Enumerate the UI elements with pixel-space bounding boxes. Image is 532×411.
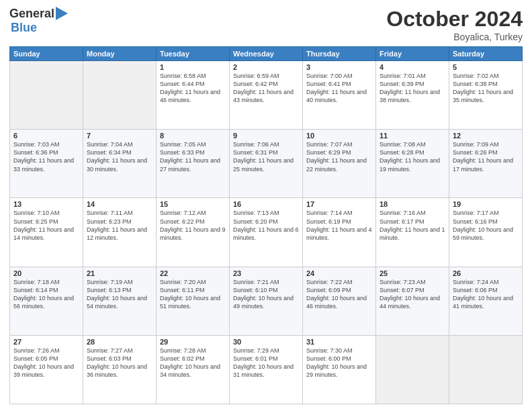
table-row: 1 Sunrise: 6:58 AMSunset: 6:44 PMDayligh…: [157, 61, 230, 130]
table-row: 8 Sunrise: 7:05 AMSunset: 6:33 PMDayligh…: [157, 130, 230, 198]
day-number: 25: [380, 269, 445, 277]
col-monday: Monday: [83, 47, 157, 61]
day-number: 13: [13, 200, 79, 208]
day-detail: Sunrise: 7:07 AMSunset: 6:29 PMDaylight:…: [306, 140, 372, 173]
day-number: 28: [87, 338, 152, 346]
day-number: 24: [306, 269, 372, 277]
day-detail: Sunrise: 7:06 AMSunset: 6:31 PMDaylight:…: [233, 140, 299, 173]
day-number: 16: [233, 200, 299, 208]
table-row: 27 Sunrise: 7:26 AMSunset: 6:05 PMDaylig…: [10, 335, 83, 404]
table-row: 17 Sunrise: 7:14 AMSunset: 6:19 PMDaylig…: [303, 198, 376, 267]
logo-arrow-icon: [56, 7, 68, 20]
day-detail: Sunrise: 6:59 AMSunset: 6:42 PMDaylight:…: [233, 72, 299, 105]
table-row: 28 Sunrise: 7:27 AMSunset: 6:03 PMDaylig…: [83, 335, 157, 404]
table-row: 25 Sunrise: 7:23 AMSunset: 6:07 PMDaylig…: [376, 267, 449, 335]
day-detail: Sunrise: 7:02 AMSunset: 6:38 PMDaylight:…: [453, 72, 519, 105]
day-detail: Sunrise: 7:29 AMSunset: 6:01 PMDaylight:…: [233, 347, 299, 379]
table-row: 7 Sunrise: 7:04 AMSunset: 6:34 PMDayligh…: [83, 130, 157, 198]
day-number: 17: [306, 200, 372, 208]
day-detail: Sunrise: 7:30 AMSunset: 6:00 PMDaylight:…: [306, 347, 372, 379]
day-detail: Sunrise: 7:27 AMSunset: 6:03 PMDaylight:…: [87, 347, 152, 379]
table-row: 16 Sunrise: 7:13 AMSunset: 6:20 PMDaylig…: [230, 198, 303, 267]
calendar-week-row: 20 Sunrise: 7:18 AMSunset: 6:14 PMDaylig…: [10, 267, 523, 335]
table-row: 9 Sunrise: 7:06 AMSunset: 6:31 PMDayligh…: [230, 130, 303, 198]
table-row: 23 Sunrise: 7:21 AMSunset: 6:10 PMDaylig…: [230, 267, 303, 335]
location-title: Boyalica, Turkey: [386, 32, 523, 42]
day-detail: Sunrise: 7:20 AMSunset: 6:11 PMDaylight:…: [160, 278, 226, 311]
title-block: October 2024 Boyalica, Turkey: [386, 7, 523, 42]
day-detail: Sunrise: 7:28 AMSunset: 6:02 PMDaylight:…: [160, 347, 226, 379]
day-number: 31: [306, 338, 372, 346]
day-number: 10: [306, 132, 372, 140]
col-thursday: Thursday: [303, 47, 376, 61]
logo: General Blue: [9, 7, 68, 35]
day-detail: Sunrise: 7:01 AMSunset: 6:39 PMDaylight:…: [380, 72, 445, 105]
table-row: 15 Sunrise: 7:12 AMSunset: 6:22 PMDaylig…: [157, 198, 230, 267]
table-row: [449, 335, 523, 404]
table-row: 2 Sunrise: 6:59 AMSunset: 6:42 PMDayligh…: [230, 61, 303, 130]
table-row: 3 Sunrise: 7:00 AMSunset: 6:41 PMDayligh…: [303, 61, 376, 130]
day-number: 20: [13, 269, 79, 277]
table-row: 12 Sunrise: 7:09 AMSunset: 6:26 PMDaylig…: [449, 130, 523, 198]
table-row: 26 Sunrise: 7:24 AMSunset: 6:06 PMDaylig…: [449, 267, 523, 335]
day-detail: Sunrise: 7:21 AMSunset: 6:10 PMDaylight:…: [233, 278, 299, 311]
day-number: 21: [87, 269, 152, 277]
table-row: 10 Sunrise: 7:07 AMSunset: 6:29 PMDaylig…: [303, 130, 376, 198]
calendar-header-row: Sunday Monday Tuesday Wednesday Thursday…: [10, 47, 523, 61]
day-number: 6: [13, 132, 79, 140]
day-detail: Sunrise: 7:13 AMSunset: 6:20 PMDaylight:…: [233, 209, 299, 242]
table-row: 22 Sunrise: 7:20 AMSunset: 6:11 PMDaylig…: [157, 267, 230, 335]
day-number: 11: [380, 132, 445, 140]
day-detail: Sunrise: 7:16 AMSunset: 6:17 PMDaylight:…: [380, 209, 445, 242]
day-detail: Sunrise: 7:19 AMSunset: 6:13 PMDaylight:…: [87, 278, 152, 311]
calendar-week-row: 6 Sunrise: 7:03 AMSunset: 6:36 PMDayligh…: [10, 130, 523, 198]
day-number: 19: [453, 200, 519, 208]
table-row: [83, 61, 157, 130]
day-number: 7: [87, 132, 152, 140]
day-number: 4: [380, 63, 445, 71]
calendar-week-row: 1 Sunrise: 6:58 AMSunset: 6:44 PMDayligh…: [10, 61, 523, 130]
day-detail: Sunrise: 7:09 AMSunset: 6:26 PMDaylight:…: [453, 140, 519, 173]
day-detail: Sunrise: 7:03 AMSunset: 6:36 PMDaylight:…: [13, 140, 79, 173]
table-row: [10, 61, 83, 130]
day-detail: Sunrise: 7:05 AMSunset: 6:33 PMDaylight:…: [160, 140, 226, 173]
page: General Blue October 2024 Boyalica, Turk…: [0, 0, 532, 411]
day-detail: Sunrise: 7:26 AMSunset: 6:05 PMDaylight:…: [13, 347, 79, 379]
table-row: 19 Sunrise: 7:17 AMSunset: 6:16 PMDaylig…: [449, 198, 523, 267]
table-row: 13 Sunrise: 7:10 AMSunset: 6:25 PMDaylig…: [10, 198, 83, 267]
table-row: 31 Sunrise: 7:30 AMSunset: 6:00 PMDaylig…: [303, 335, 376, 404]
table-row: 20 Sunrise: 7:18 AMSunset: 6:14 PMDaylig…: [10, 267, 83, 335]
col-saturday: Saturday: [449, 47, 523, 61]
day-detail: Sunrise: 7:18 AMSunset: 6:14 PMDaylight:…: [13, 278, 79, 311]
day-detail: Sunrise: 6:58 AMSunset: 6:44 PMDaylight:…: [160, 72, 226, 105]
logo-blue-text: Blue: [11, 21, 37, 35]
table-row: 18 Sunrise: 7:16 AMSunset: 6:17 PMDaylig…: [376, 198, 449, 267]
table-row: 24 Sunrise: 7:22 AMSunset: 6:09 PMDaylig…: [303, 267, 376, 335]
table-row: 4 Sunrise: 7:01 AMSunset: 6:39 PMDayligh…: [376, 61, 449, 130]
day-number: 27: [13, 338, 79, 346]
day-number: 5: [453, 63, 519, 71]
day-number: 23: [233, 269, 299, 277]
calendar-table: Sunday Monday Tuesday Wednesday Thursday…: [9, 46, 523, 404]
day-number: 3: [306, 63, 372, 71]
day-detail: Sunrise: 7:08 AMSunset: 6:28 PMDaylight:…: [380, 140, 445, 173]
day-number: 8: [160, 132, 226, 140]
month-title: October 2024: [386, 7, 523, 32]
day-number: 26: [453, 269, 519, 277]
header: General Blue October 2024 Boyalica, Turk…: [9, 7, 523, 42]
table-row: 11 Sunrise: 7:08 AMSunset: 6:28 PMDaylig…: [376, 130, 449, 198]
day-number: 30: [233, 338, 299, 346]
day-number: 1: [160, 63, 226, 71]
col-wednesday: Wednesday: [230, 47, 303, 61]
day-detail: Sunrise: 7:17 AMSunset: 6:16 PMDaylight:…: [453, 209, 519, 242]
day-detail: Sunrise: 7:12 AMSunset: 6:22 PMDaylight:…: [160, 209, 226, 242]
day-detail: Sunrise: 7:22 AMSunset: 6:09 PMDaylight:…: [306, 278, 372, 311]
table-row: 6 Sunrise: 7:03 AMSunset: 6:36 PMDayligh…: [10, 130, 83, 198]
table-row: 30 Sunrise: 7:29 AMSunset: 6:01 PMDaylig…: [230, 335, 303, 404]
day-detail: Sunrise: 7:10 AMSunset: 6:25 PMDaylight:…: [13, 209, 79, 242]
table-row: [376, 335, 449, 404]
day-number: 12: [453, 132, 519, 140]
day-detail: Sunrise: 7:11 AMSunset: 6:23 PMDaylight:…: [87, 209, 152, 242]
calendar-week-row: 27 Sunrise: 7:26 AMSunset: 6:05 PMDaylig…: [10, 335, 523, 404]
day-number: 14: [87, 200, 152, 208]
